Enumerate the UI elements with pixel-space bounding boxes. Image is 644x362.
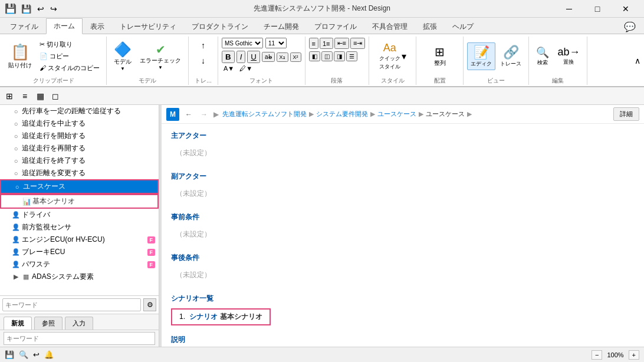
bold-button[interactable]: B bbox=[222, 51, 235, 63]
tree-item-power[interactable]: 👤 パワステ F bbox=[0, 258, 159, 271]
breadcrumb-item-3[interactable]: ユースケース bbox=[377, 110, 416, 119]
zoom-minus-button[interactable]: − bbox=[592, 350, 602, 360]
breadcrumb-item-2[interactable]: システム要件開発 bbox=[316, 110, 368, 119]
align-center-button[interactable]: ◫ bbox=[321, 51, 333, 61]
view-group: 📝 エディク 🔗 トレース ビュー bbox=[464, 37, 529, 85]
style-copy-label: スタイルのコピー bbox=[48, 64, 100, 73]
tree-item-ecu[interactable]: 👤 エンジンECU(or HV-ECU) F bbox=[0, 233, 159, 246]
save-icon[interactable]: 💾 bbox=[20, 3, 32, 15]
find-button[interactable]: 🔍 検索 bbox=[533, 44, 553, 69]
clipboard-label: クリップボード bbox=[33, 75, 74, 85]
person-icon-1: 👤 bbox=[12, 211, 20, 219]
keyword-input[interactable] bbox=[4, 332, 155, 345]
tree-item-sensor[interactable]: 👤 前方監視センサ bbox=[0, 221, 159, 233]
zoom-plus-button[interactable]: + bbox=[629, 350, 639, 360]
editor-button[interactable]: 📝 エディク bbox=[467, 42, 495, 70]
toolbar-empty-btn[interactable]: ◻ bbox=[48, 89, 63, 103]
toolbar-table-btn[interactable]: ▦ bbox=[33, 89, 47, 103]
paste-button[interactable]: 📋 貼り付け bbox=[5, 41, 35, 72]
search-button[interactable]: ⚙ bbox=[143, 298, 156, 311]
tab-file[interactable]: ファイル bbox=[2, 19, 46, 34]
down-button[interactable]: ↓ bbox=[195, 54, 212, 67]
tab-home[interactable]: ホーム bbox=[46, 18, 83, 34]
quick-style-button[interactable]: Aa クイック スタイル ▾ bbox=[376, 40, 410, 73]
tab-profile[interactable]: プロファイル bbox=[307, 19, 364, 34]
tree-item-usecase[interactable]: ○ ユースケース bbox=[0, 179, 159, 194]
tab-view[interactable]: 表示 bbox=[83, 19, 112, 34]
toolbar-list-btn[interactable]: ≡ bbox=[18, 89, 32, 103]
tree-label-sensor: 前方監視センサ bbox=[22, 222, 71, 232]
detail-button[interactable]: 詳細 bbox=[613, 107, 639, 121]
superscript-button[interactable]: X² bbox=[290, 52, 301, 62]
undo-icon[interactable]: ↩ bbox=[36, 3, 45, 15]
align-right-button[interactable]: ◨ bbox=[334, 51, 345, 61]
model-button[interactable]: 🔷 モデル ▼ bbox=[110, 39, 135, 74]
nav-back-icon[interactable]: ← bbox=[183, 109, 195, 120]
ordered-list-button[interactable]: 1≡ bbox=[320, 38, 333, 49]
tree-item-driver[interactable]: 👤 ドライバ bbox=[0, 209, 159, 221]
find-label: 検索 bbox=[537, 59, 548, 67]
ribbon-extra-icon[interactable]: 💬 bbox=[620, 20, 639, 34]
nav-forward-icon[interactable]: → bbox=[198, 109, 210, 120]
breadcrumb-item-1[interactable]: 先進運転システムソフト開発 bbox=[222, 110, 307, 119]
search-input[interactable] bbox=[2, 298, 141, 311]
tab-extend[interactable]: 拡張 bbox=[415, 19, 445, 34]
up-button[interactable]: ↑ bbox=[195, 39, 212, 52]
breadcrumb-separator-0: ▶ bbox=[213, 110, 219, 119]
maximize-button[interactable]: □ bbox=[584, 0, 611, 18]
ecu-badge: F bbox=[147, 236, 156, 243]
style-group: Aa クイック スタイル ▾ スタイル bbox=[369, 37, 416, 85]
arrange-button[interactable]: ⊞ 整列 bbox=[428, 42, 452, 70]
tree-item-start-follow[interactable]: ○ 追従走行を開始する bbox=[0, 130, 159, 142]
toolbar-grid-btn[interactable]: ⊞ bbox=[2, 89, 17, 103]
tree-label-1: 先行車を一定の距離で追従する bbox=[22, 106, 121, 116]
ribbon-collapse-button[interactable]: ∧ bbox=[635, 56, 640, 65]
style-copy-icon: 🖌 bbox=[40, 64, 46, 71]
font-family-select[interactable]: MS Gothic bbox=[222, 38, 263, 48]
tab-reference[interactable]: 参照 bbox=[34, 317, 63, 330]
scenario-item-1[interactable]: 1. シナリオ 基本シナリオ bbox=[171, 308, 271, 325]
tab-defect[interactable]: 不具合管理 bbox=[364, 19, 415, 34]
tree-item-follow-distance[interactable]: ○ 先行車を一定の距離で追従する bbox=[0, 105, 159, 117]
align-justify-button[interactable]: ☰ bbox=[346, 51, 357, 61]
tree-label-brake: ブレーキECU bbox=[22, 247, 65, 257]
tab-help[interactable]: ヘルプ bbox=[445, 19, 481, 34]
tab-new[interactable]: 新規 bbox=[4, 317, 32, 330]
tab-productline[interactable]: プロダクトライン bbox=[184, 19, 256, 34]
tree-item-stop-follow[interactable]: ○ 追従走行を中止する bbox=[0, 117, 159, 130]
highlight-btn[interactable]: 🖊▼ bbox=[238, 64, 254, 73]
quick-style-icon: Aa bbox=[383, 42, 396, 54]
tab-input[interactable]: 入力 bbox=[65, 317, 93, 330]
paste-label: 貼り付け bbox=[8, 61, 32, 70]
up-icon: ↑ bbox=[201, 41, 205, 50]
tab-traceability[interactable]: トレーサビリティ bbox=[112, 19, 184, 34]
error-check-button[interactable]: ✔ エラーチェック ▼ bbox=[136, 40, 185, 73]
close-button[interactable]: ✕ bbox=[612, 0, 639, 18]
align-left-button[interactable]: ◧ bbox=[309, 51, 320, 61]
bullet-list-button[interactable]: ≡ bbox=[309, 38, 318, 49]
style-copy-button[interactable]: 🖌 スタイルのコピー bbox=[37, 62, 103, 74]
view-label: ビュー bbox=[487, 75, 505, 85]
tree-item-end-follow[interactable]: ○ 追従走行を終了する bbox=[0, 154, 159, 167]
font-size-select[interactable]: 11 bbox=[265, 38, 287, 48]
tree-item-scenario[interactable]: 📊 基本シナリオ bbox=[0, 194, 159, 209]
trace-view-button[interactable]: 🔗 トレース bbox=[497, 42, 525, 70]
copy-button[interactable]: 📄 コピー bbox=[37, 51, 103, 62]
redo-icon[interactable]: ↪ bbox=[49, 3, 58, 15]
breadcrumb-m-icon[interactable]: M bbox=[166, 108, 179, 121]
underline-button[interactable]: U bbox=[247, 51, 260, 63]
strikethrough-button[interactable]: ab̶ bbox=[262, 52, 275, 62]
tab-teamdev[interactable]: チーム開発 bbox=[256, 19, 307, 34]
tree-item-adas[interactable]: ▶ ▦ ADASシステム要素 bbox=[0, 271, 159, 283]
font-color-btn[interactable]: A▼ bbox=[222, 64, 236, 73]
subscript-button[interactable]: X₂ bbox=[277, 52, 288, 62]
indent-decrease-button[interactable]: ⇤≡ bbox=[334, 38, 349, 49]
cut-button[interactable]: ✂ 切り取り bbox=[37, 39, 103, 50]
tree-item-change-distance[interactable]: ○ 追従距離を変更する bbox=[0, 167, 159, 179]
italic-button[interactable]: I bbox=[236, 51, 246, 63]
tree-item-resume-follow[interactable]: ○ 追従走行を再開する bbox=[0, 142, 159, 154]
replace-button[interactable]: ab→ 置換 bbox=[554, 44, 583, 69]
indent-increase-button[interactable]: ≡⇥ bbox=[350, 38, 365, 49]
minimize-button[interactable]: ─ bbox=[556, 0, 583, 18]
tree-item-brake[interactable]: 👤 ブレーキECU F bbox=[0, 246, 159, 258]
